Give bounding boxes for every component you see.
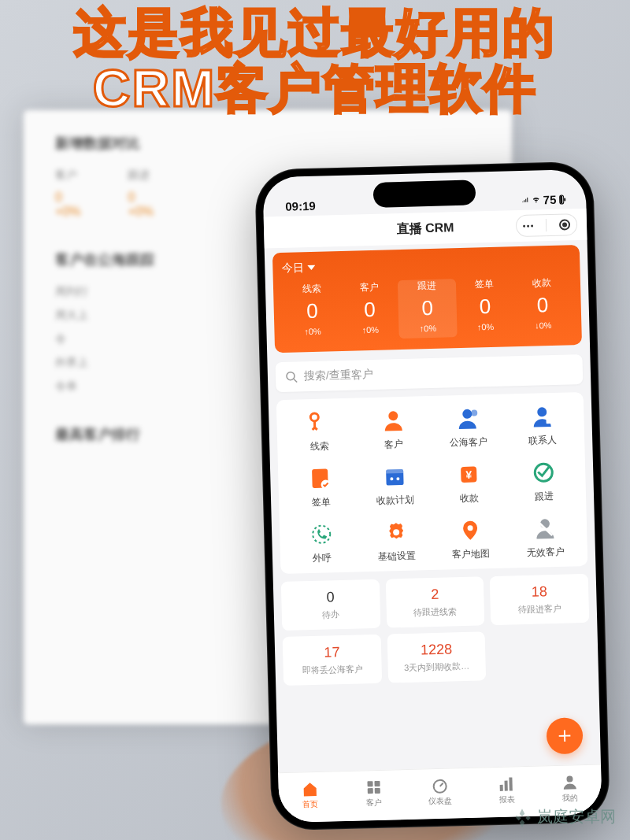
task-card-待跟进客户[interactable]: 18待跟进客户 [490,574,589,625]
menu-label: 线索 [309,439,328,453]
task-label: 3天内到期收款… [404,661,469,674]
dash-value: 0 [513,292,572,318]
customer-icon [380,408,406,434]
contact-icon [529,404,555,430]
dash-label: 签单 [455,277,513,292]
svg-rect-23 [367,788,372,794]
chevron-down-icon [307,264,315,272]
tab-dashboard[interactable]: 仪表盘 [428,776,452,807]
watermark: 岚庭安卓网 [512,806,616,827]
tab-me[interactable]: 我的 [561,773,579,804]
dash-cell-客户[interactable]: 客户0↑0% [340,280,399,340]
contract-icon [307,465,333,491]
search-icon [285,370,298,383]
svg-point-2 [310,413,318,421]
menu-label: 签单 [311,495,330,509]
dash-cell-收款[interactable]: 收款0↓0% [513,276,573,335]
svg-rect-26 [500,784,503,790]
menu-item-follow[interactable]: 跟进 [506,459,581,504]
bg-col1-pct: +0% [55,205,80,219]
svg-point-0 [287,372,295,380]
task-card-待跟进线索[interactable]: 2待跟进线索 [385,576,484,627]
more-icon[interactable] [523,224,533,227]
add-button[interactable] [546,717,583,754]
phone-screen: 09:19 75 直播 CRM 今日 线索0↑0%客户0↑0%跟进0↑ [262,169,602,823]
me-tab-icon [561,773,579,791]
menu-item-leads[interactable]: 线索 [281,409,357,454]
task-cards: 0待办2待跟进线索18待跟进客户17即将丢公海客户12283天内到期收款… [281,574,591,686]
menu-label: 联系人 [528,434,557,448]
dash-cell-跟进[interactable]: 跟进0↑0% [398,279,457,339]
menu-item-customer[interactable]: 客户 [356,407,432,452]
menu-item-invalid[interactable]: 无效客户 [507,515,583,560]
dashboard-card: 今日 线索0↑0%客户0↑0%跟进0↑0%签单0↑0%收款0↓0% [272,245,582,353]
dash-label: 客户 [340,280,398,295]
menu-label: 跟进 [535,490,554,504]
task-number: 18 [532,583,548,601]
menu-item-call[interactable]: 外呼 [284,520,360,565]
menu-item-map[interactable]: 客户地图 [433,517,509,562]
battery-icon [559,194,564,204]
dash-value: 0 [456,294,514,320]
menu-label: 无效客户 [526,546,564,560]
map-icon [458,517,484,543]
task-card-待办[interactable]: 0待办 [281,579,380,631]
menu-label: 收款 [460,491,479,505]
menu-item-contract[interactable]: 签单 [283,464,358,509]
dash-delta: ↑0% [342,324,399,335]
menu-item-payplan[interactable]: 收款计划 [357,463,432,508]
svg-point-29 [566,775,573,782]
home-tab-icon [302,779,320,797]
call-icon [309,521,335,547]
dash-cell-签单[interactable]: 签单0↑0% [455,277,514,337]
tab-label: 首页 [302,798,318,810]
dash-cell-线索[interactable]: 线索0↑0% [283,282,342,342]
watermark-text: 岚庭安卓网 [537,806,616,827]
task-number: 0 [326,589,335,605]
signal-icon [522,198,529,202]
tab-label: 报表 [498,794,514,805]
svg-rect-28 [510,777,513,790]
menu-item-settings[interactable]: 基础设置 [358,519,434,564]
svg-point-3 [388,411,398,420]
menu-label: 客户 [384,438,403,452]
menu-label: 客户地图 [452,547,490,561]
tab-label: 我的 [562,792,578,804]
headline-overlay: 这是我见过最好用的 CRM客户管理软件 [0,5,630,117]
follow-icon [531,460,557,486]
task-card-3天内到期收款…[interactable]: 12283天内到期收款… [387,631,486,683]
plus-icon [556,727,574,745]
svg-point-4 [462,409,472,419]
menu-label: 公海客户 [449,435,487,450]
bg-section1-title: 新增数据对比 [55,134,480,153]
leads-icon [306,409,332,435]
dash-delta: ↑0% [457,321,514,332]
task-label: 待办 [322,609,339,621]
tab-home[interactable]: 首页 [302,779,320,810]
dash-label: 跟进 [398,279,456,294]
menu-label: 收款计划 [376,494,414,508]
tab-customer[interactable]: 客户 [365,778,383,809]
menu-item-pool[interactable]: 公海客户 [430,405,506,450]
menu-item-contact[interactable]: 联系人 [505,403,580,448]
svg-point-5 [471,409,477,416]
svg-point-16 [313,525,331,543]
search-input[interactable]: 搜索/查重客户 [275,354,583,392]
close-icon[interactable] [559,219,570,230]
period-selector[interactable]: 今日 [282,261,315,276]
bg-col2-value: 0 [128,191,153,205]
headline-line1: 这是我见过最好用的 [0,5,630,61]
dash-value: 0 [283,298,341,324]
settings-icon [384,520,410,546]
svg-rect-22 [374,780,380,786]
bg-col2-label: 跟进 [128,168,153,183]
tab-report[interactable]: 报表 [498,775,516,805]
bg-col1-label: 客户 [55,168,80,183]
task-number: 1228 [421,641,453,658]
task-number: 17 [324,644,340,661]
phone-notch [373,179,476,207]
miniprogram-capsule[interactable] [516,213,578,237]
task-card-即将丢公海客户[interactable]: 17即将丢公海客户 [283,635,382,686]
menu-item-payment[interactable]: ¥收款 [432,461,507,506]
svg-rect-27 [505,780,508,790]
